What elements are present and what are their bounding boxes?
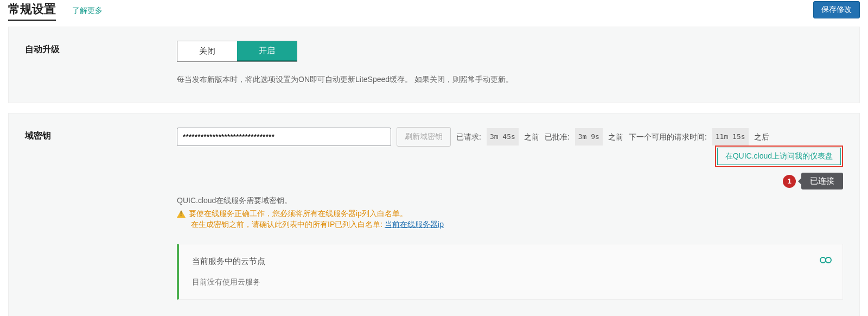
whitelist-warning-line1: 要使在线服务正确工作，您必须将所有在线服务器ip列入白名单。 bbox=[177, 209, 843, 219]
cloud-card-title: 当前服务中的云节点 bbox=[192, 256, 829, 267]
link-icon[interactable] bbox=[820, 254, 832, 267]
warning-icon bbox=[177, 210, 186, 218]
whitelist-warning-line2: 在生成密钥之前，请确认此列表中的所有IP已列入白名单: 当前在线服务器ip bbox=[191, 220, 843, 230]
annotation-highlight-box: 在QUIC.cloud上访问我的仪表盘 bbox=[715, 146, 843, 167]
save-button[interactable]: 保存修改 bbox=[813, 1, 860, 18]
warning-text-2: 在生成密钥之前，请确认此列表中的所有IP已列入白名单: bbox=[191, 220, 385, 229]
cloud-nodes-card: 当前服务中的云节点 目前没有使用云服务 bbox=[177, 244, 843, 300]
quic-dashboard-link[interactable]: 在QUIC.cloud上访问我的仪表盘 bbox=[717, 148, 841, 165]
refresh-key-button[interactable]: 刷新域密钥 bbox=[397, 127, 451, 147]
auto-upgrade-section: 自动升级 关闭 开启 每当发布新版本时，将此选项设置为ON即可自动更新LiteS… bbox=[8, 27, 860, 103]
domain-key-section: 域密钥 刷新域密钥 已请求: 3m 45s 之前 已批准: 3m 9s 之前 下… bbox=[8, 113, 860, 316]
requested-time: 3m 45s bbox=[487, 128, 519, 146]
svg-point-0 bbox=[820, 257, 826, 263]
approved-label: 已批准: bbox=[545, 129, 570, 146]
requested-ago: 之前 bbox=[524, 129, 539, 146]
domain-key-label: 域密钥 bbox=[25, 127, 177, 142]
warning-text-1: 要使在线服务正确工作，您必须将所有在线服务器ip列入白名单。 bbox=[189, 209, 407, 219]
server-ip-link[interactable]: 当前在线服务器ip bbox=[385, 220, 444, 229]
svg-point-1 bbox=[826, 257, 831, 263]
domain-key-info: QUIC.cloud在线服务需要域密钥。 bbox=[177, 196, 843, 206]
auto-upgrade-toggle: 关闭 开启 bbox=[177, 41, 297, 62]
next-request-after: 之后 bbox=[754, 129, 769, 146]
next-request-label: 下一个可用的请求时间: bbox=[629, 129, 707, 146]
approved-time: 3m 9s bbox=[575, 128, 603, 146]
auto-upgrade-label: 自动升级 bbox=[25, 41, 177, 55]
connected-status-badge: 已连接 bbox=[801, 173, 843, 189]
learn-more-link[interactable]: 了解更多 bbox=[72, 6, 103, 16]
next-request-time: 11m 15s bbox=[712, 128, 749, 146]
cloud-card-body: 目前没有使用云服务 bbox=[192, 277, 829, 287]
annotation-marker-1: 1 bbox=[783, 175, 796, 188]
domain-key-input[interactable] bbox=[177, 128, 391, 146]
approved-ago: 之前 bbox=[608, 129, 623, 146]
auto-upgrade-description: 每当发布新版本时，将此选项设置为ON即可自动更新LiteSpeed缓存。 如果关… bbox=[177, 73, 843, 86]
toggle-off-button[interactable]: 关闭 bbox=[177, 41, 237, 61]
requested-label: 已请求: bbox=[456, 129, 481, 146]
page-title: 常规设置 bbox=[8, 1, 56, 21]
toggle-on-button[interactable]: 开启 bbox=[237, 41, 297, 61]
